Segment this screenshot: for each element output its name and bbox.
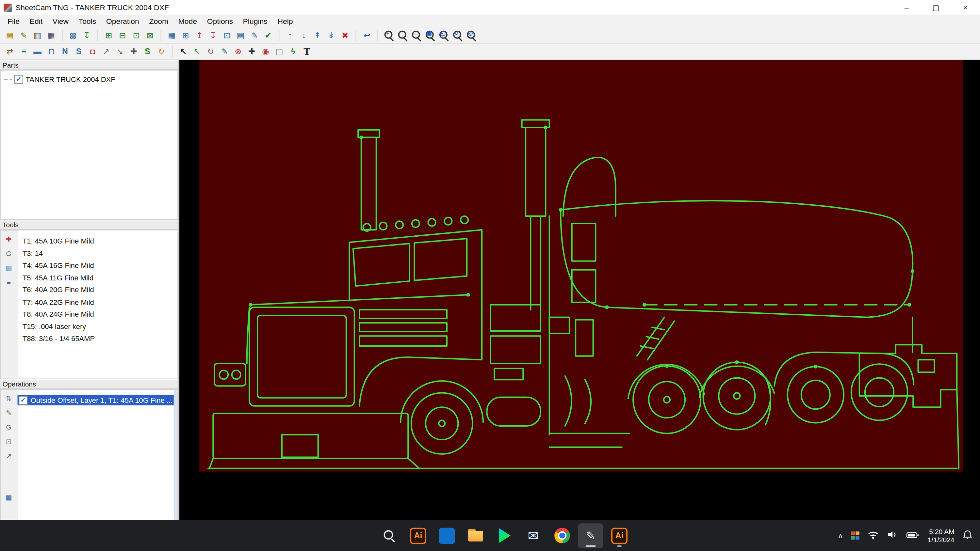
- tool-item[interactable]: T1: 45A 10G Fine Mild: [18, 235, 177, 248]
- taskbar-file-explorer[interactable]: [463, 523, 488, 548]
- op-edit-icon[interactable]: ✎: [3, 407, 14, 418]
- copy-part-icon[interactable]: ⊡: [130, 29, 142, 41]
- taskbar-illustrator-2[interactable]: Ai: [607, 523, 632, 548]
- taskbar-mail[interactable]: ✉: [521, 523, 546, 548]
- select-icon[interactable]: ↖: [177, 45, 189, 58]
- minimize-button[interactable]: –: [892, 0, 921, 15]
- tool-item[interactable]: T8: 40A 24G Fine Mild: [18, 308, 177, 321]
- tray-app-icon[interactable]: [851, 531, 859, 540]
- delete-icon[interactable]: ✖: [339, 29, 351, 41]
- rubber-band-icon[interactable]: ▢: [273, 45, 285, 58]
- menu-help[interactable]: Help: [272, 16, 298, 27]
- tool-item[interactable]: T7: 40A 22G Fine Mild: [18, 296, 177, 308]
- menu-view[interactable]: View: [48, 16, 73, 27]
- part-checkbox[interactable]: ✓: [14, 75, 23, 84]
- taskbar-search[interactable]: [377, 523, 402, 548]
- material-icon[interactable]: ▬: [31, 45, 44, 58]
- op-gcode-icon[interactable]: G: [3, 421, 14, 432]
- zoom-extents-icon[interactable]: ◱: [438, 29, 450, 41]
- tool-item[interactable]: T4: 45A 16G Fine Mild: [18, 260, 177, 272]
- zoom-in-icon[interactable]: +: [382, 29, 395, 41]
- zoom-window-icon[interactable]: □: [410, 29, 422, 41]
- origin-icon[interactable]: ◘: [86, 45, 99, 58]
- op-move-icon[interactable]: ↗: [3, 450, 14, 461]
- spline-icon[interactable]: S: [73, 45, 85, 58]
- hidden-icons-chevron-icon[interactable]: ∧: [838, 531, 843, 540]
- menu-plugins[interactable]: Plugins: [238, 16, 272, 27]
- select-contour-icon[interactable]: ↖: [191, 45, 203, 58]
- undo-icon[interactable]: ↩: [361, 29, 373, 41]
- scale-icon[interactable]: S: [141, 45, 154, 58]
- menu-options[interactable]: Options: [202, 16, 238, 27]
- menu-operation[interactable]: Operation: [101, 16, 144, 27]
- drawing-canvas[interactable]: [179, 60, 980, 520]
- part-item[interactable]: ✓TANKER TRUCK 2004 DXF: [1, 70, 177, 84]
- menu-tools[interactable]: Tools: [73, 16, 101, 27]
- text-icon[interactable]: T: [301, 45, 313, 58]
- taskbar-tiles-app[interactable]: [434, 523, 460, 548]
- paste-operation-icon[interactable]: ▤: [234, 29, 247, 41]
- tool-down-icon[interactable]: ↓: [298, 29, 310, 41]
- menu-mode[interactable]: Mode: [173, 16, 202, 27]
- trim-icon[interactable]: ⊗: [232, 45, 244, 58]
- run-post-icon[interactable]: ▩: [67, 29, 80, 41]
- add-tool-icon[interactable]: ✚: [3, 234, 14, 245]
- material-plate[interactable]: [199, 60, 963, 472]
- operations-scrollbar[interactable]: [174, 390, 177, 520]
- pan-icon[interactable]: ✚: [246, 45, 258, 58]
- contour-icon[interactable]: ⊓: [45, 45, 57, 58]
- zoom-previous-icon[interactable]: ↺: [451, 29, 463, 41]
- rotate-icon[interactable]: ↻: [155, 45, 167, 58]
- close-button[interactable]: ×: [951, 0, 980, 15]
- taskbar-start[interactable]: [348, 523, 373, 548]
- post-output-icon[interactable]: ↧: [81, 29, 93, 41]
- edit-operation-icon[interactable]: ✎: [248, 29, 261, 41]
- new-part-icon[interactable]: ⊞: [103, 29, 115, 41]
- operation-up-icon[interactable]: ↥: [193, 29, 205, 41]
- copy-operation-icon[interactable]: ⊡: [221, 29, 233, 41]
- op-order-icon[interactable]: ⇅: [3, 393, 14, 404]
- job-options-icon[interactable]: ✎: [18, 29, 30, 41]
- taskbar-clock[interactable]: 5:20 AM 1/1/2024: [928, 527, 955, 544]
- polyline-icon[interactable]: N: [59, 45, 71, 58]
- direction-icon[interactable]: ↗: [100, 45, 112, 58]
- import-part-icon[interactable]: ⊟: [116, 29, 129, 41]
- reverse-icon[interactable]: ↘: [114, 45, 126, 58]
- tool-info-icon[interactable]: ≡: [3, 277, 14, 288]
- tool-gcode-icon[interactable]: G: [3, 248, 14, 259]
- insert-operation-icon[interactable]: ⊞: [179, 29, 192, 41]
- export-tools-icon[interactable]: ↡: [325, 29, 337, 41]
- tool-grid-icon[interactable]: ▦: [3, 262, 14, 273]
- operation-checkbox[interactable]: ✓: [19, 395, 27, 405]
- print-icon[interactable]: ▦: [45, 29, 57, 41]
- notification-bell-icon[interactable]: [963, 529, 972, 541]
- toolpath-mode-icon[interactable]: ⇄: [3, 45, 16, 58]
- simulate-icon[interactable]: ϟ: [287, 45, 299, 58]
- rotate-view-icon[interactable]: ↻: [205, 45, 217, 58]
- machine-options-icon[interactable]: ▥: [31, 29, 44, 41]
- taskbar-illustrator[interactable]: Ai: [406, 523, 431, 548]
- toggle-operation-icon[interactable]: ✔: [262, 29, 274, 41]
- op-copy-icon[interactable]: ⊡: [3, 436, 14, 447]
- open-job-icon[interactable]: ▤: [3, 29, 16, 41]
- operation-item[interactable]: ✓Outside Offset, Layer 1, T1: 45A 10G Fi…: [18, 395, 174, 405]
- operation-down-icon[interactable]: ↧: [207, 29, 219, 41]
- tool-item[interactable]: T3: 14: [18, 248, 177, 260]
- menu-edit[interactable]: Edit: [24, 16, 48, 27]
- maximize-button[interactable]: ▢: [921, 0, 951, 15]
- taskbar-media-play[interactable]: [492, 523, 517, 548]
- wifi-icon[interactable]: [868, 530, 879, 541]
- tool-item[interactable]: T88: 3/16 - 1/4 65AMP: [18, 333, 177, 345]
- taskbar-chrome[interactable]: [549, 523, 574, 548]
- menu-zoom[interactable]: Zoom: [144, 16, 173, 27]
- zoom-out-icon[interactable]: −: [396, 29, 409, 41]
- zoom-part-icon[interactable]: ▣: [424, 29, 436, 41]
- op-table-icon[interactable]: ▦: [3, 492, 14, 503]
- tool-up-icon[interactable]: ↑: [284, 29, 296, 41]
- edit-path-icon[interactable]: ✎: [218, 45, 231, 58]
- delete-part-icon[interactable]: ⊠: [144, 29, 156, 41]
- tool-item[interactable]: T6: 40A 20G Fine Mild: [18, 284, 177, 296]
- battery-icon[interactable]: [907, 530, 920, 541]
- measure-icon[interactable]: ✚: [127, 45, 140, 58]
- set-start-icon[interactable]: ◉: [259, 45, 272, 58]
